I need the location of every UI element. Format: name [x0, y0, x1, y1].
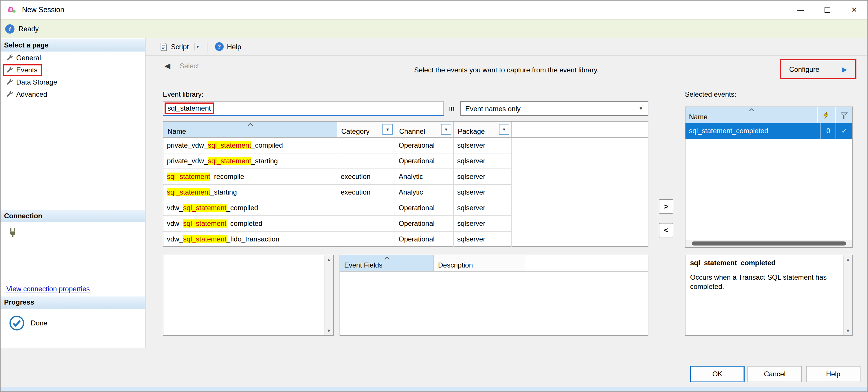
connection-header: Connection — [1, 210, 145, 222]
script-button[interactable]: Script — [155, 40, 193, 53]
events-page-panel: ◀ Select Select the events you want to c… — [146, 56, 867, 348]
annotation-box-events: Events — [3, 64, 42, 75]
event-name-cell: sql_statement_starting — [163, 185, 337, 200]
event-library-grid: Name Category ▼ Channel ▼ Package ▼ — [163, 121, 648, 247]
annotation-box-configure: Configure ▶ — [780, 59, 857, 79]
event-row[interactable]: vdw_sql_statement_completedOperationalsq… — [163, 216, 512, 232]
wrench-icon — [6, 54, 13, 61]
event-description-title: sql_statement_completed — [690, 259, 840, 267]
sort-ascending-icon — [247, 123, 253, 126]
maximize-button[interactable] — [814, 1, 841, 19]
column-header-filter[interactable] — [836, 107, 852, 123]
configure-button[interactable]: Configure ▶ — [781, 60, 855, 78]
selected-events-header: Name — [685, 107, 852, 123]
column-header-lightning[interactable] — [817, 107, 836, 123]
search-highlight: sql_statement — [183, 220, 226, 228]
instruction-text: Select the events you want to capture fr… — [146, 66, 867, 74]
progress-status-label: Done — [31, 319, 47, 327]
scroll-up-icon[interactable]: ▲ — [846, 257, 850, 262]
scroll-down-icon[interactable]: ▼ — [327, 328, 331, 333]
info-icon: i — [5, 24, 14, 34]
help-button[interactable]: Help — [806, 366, 861, 382]
event-row[interactable]: private_vdw_sql_statement_compiledOperat… — [163, 138, 512, 154]
scroll-up-icon[interactable]: ▲ — [327, 257, 331, 262]
column-header-event-fields[interactable]: Event Fields — [340, 255, 434, 271]
event-row[interactable]: vdw_sql_statement_compiledOperationalsql… — [163, 200, 512, 216]
event-category-cell — [337, 216, 395, 231]
new-session-dialog: New Session — ✕ i Ready Select a page Ge… — [0, 0, 868, 392]
column-header-category[interactable]: Category ▼ — [337, 122, 395, 137]
column-header-name[interactable]: Name — [685, 107, 817, 123]
scrollbar-thumb[interactable] — [692, 241, 846, 246]
event-package-cell: sqlserver — [454, 154, 512, 168]
column-header-channel[interactable]: Channel ▼ — [395, 122, 454, 137]
help-icon: ? — [215, 42, 223, 51]
vertical-scrollbar[interactable]: ▲ ▼ — [324, 255, 333, 335]
sort-ascending-icon — [748, 108, 754, 111]
column-header-label: Name — [167, 127, 186, 135]
event-package-cell: sqlserver — [454, 200, 512, 216]
close-button[interactable]: ✕ — [841, 1, 867, 19]
scroll-down-icon[interactable]: ▼ — [846, 328, 850, 333]
select-page-header: Select a page — [1, 39, 145, 52]
cancel-button[interactable]: Cancel — [747, 366, 802, 382]
minimize-button[interactable]: — — [787, 1, 814, 19]
page-selector-sidebar: Select a page General Events Data Storag… — [1, 38, 146, 348]
event-library-label: Event library: — [163, 90, 204, 98]
selected-events-label: Selected events: — [685, 90, 736, 98]
sidebar-item-advanced[interactable]: Advanced — [1, 88, 145, 100]
search-highlight: sql_statement — [183, 235, 226, 243]
view-connection-properties-link[interactable]: View connection properties — [6, 285, 90, 293]
maximize-icon — [825, 7, 830, 13]
event-row[interactable]: sql_statement_recompileexecutionAnalytic… — [163, 169, 512, 185]
column-header-label: Package — [458, 127, 485, 135]
event-row[interactable]: vdw_sql_statement_fido_transactionOperat… — [163, 232, 512, 247]
search-highlight: sql_statement — [208, 157, 251, 165]
column-header-label: Channel — [399, 127, 425, 135]
event-category-cell — [337, 232, 395, 247]
event-channel-cell: Operational — [395, 232, 454, 247]
search-highlight: sql_statement — [167, 188, 210, 196]
sidebar-item-label: Data Storage — [16, 78, 57, 86]
ok-button[interactable]: OK — [690, 366, 745, 382]
progress-header: Progress — [1, 296, 145, 308]
chevron-down-icon: ▼ — [639, 106, 643, 111]
category-filter-button[interactable]: ▼ — [382, 124, 393, 135]
event-channel-cell: Operational — [395, 216, 454, 231]
channel-filter-button[interactable]: ▼ — [441, 124, 452, 135]
status-bar: i Ready — [1, 19, 867, 38]
move-right-button[interactable]: > — [659, 199, 673, 214]
event-search-input[interactable]: sql_statement — [163, 101, 444, 116]
dialog-footer: OK Cancel Help — [1, 348, 867, 387]
selected-event-row[interactable]: sql_statement_completed 0 ✓ — [685, 123, 852, 139]
search-scope-select[interactable]: Event names only ▼ — [460, 101, 648, 116]
window-controls: — ✕ — [787, 1, 867, 19]
vertical-scrollbar[interactable]: ▲ ▼ — [843, 255, 852, 335]
column-header-package[interactable]: Package ▼ — [454, 122, 512, 137]
move-left-button[interactable]: < — [659, 223, 673, 237]
package-filter-button[interactable]: ▼ — [499, 124, 509, 135]
sidebar-item-events[interactable]: Events — [1, 64, 145, 76]
selected-events-table: Name sql_statement_completed 0 ✓ — [685, 106, 853, 248]
script-dropdown-chevron-icon[interactable]: ▼ — [194, 43, 203, 51]
sidebar-item-label: General — [16, 54, 41, 62]
event-name-cell: private_vdw_sql_statement_compiled — [163, 138, 337, 153]
toolbar-separator — [207, 41, 207, 52]
toolbar: Script ▼ ? Help — [146, 38, 867, 56]
horizontal-scrollbar[interactable] — [686, 240, 852, 247]
event-row[interactable]: sql_statement_startingexecutionAnalytics… — [163, 185, 512, 200]
sidebar-item-general[interactable]: General — [1, 52, 145, 64]
sidebar-item-data-storage[interactable]: Data Storage — [1, 76, 145, 88]
sidebar-item-label: Events — [16, 66, 37, 74]
column-header-description[interactable]: Description — [434, 255, 524, 271]
event-row[interactable]: private_vdw_sql_statement_startingOperat… — [163, 154, 512, 169]
event-library-grid-header: Name Category ▼ Channel ▼ Package ▼ — [163, 122, 648, 138]
column-header-name[interactable]: Name — [163, 122, 337, 137]
event-fields-panel: Event Fields Description — [340, 255, 648, 336]
event-detail-empty-panel: ▲ ▼ — [163, 255, 334, 336]
column-header-label: Description — [438, 261, 473, 269]
search-highlight: sql_statement — [208, 141, 251, 150]
help-toolbar-button[interactable]: ? Help — [211, 40, 245, 53]
configure-button-label: Configure — [789, 65, 819, 73]
event-description-text: Occurs when a Transact-SQL statement has… — [690, 273, 840, 292]
